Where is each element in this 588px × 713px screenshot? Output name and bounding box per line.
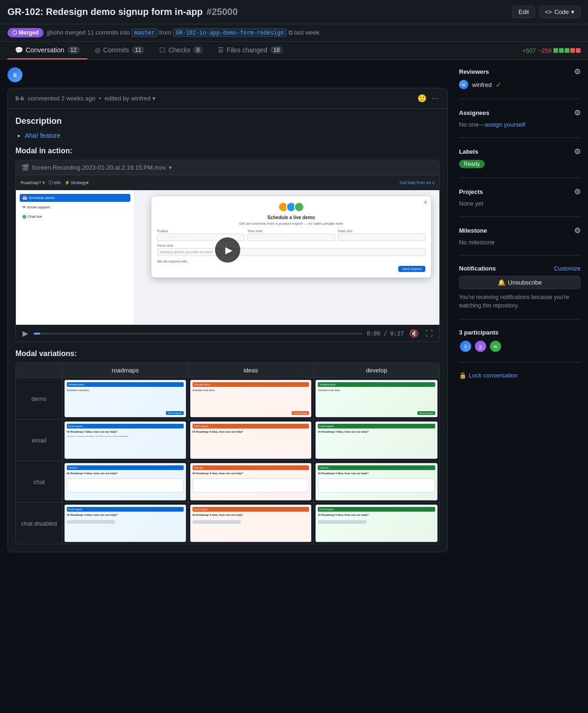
grid-cell-email-roadmaps: Email support Hi Roadmap 4 Idea, how can… — [63, 420, 188, 461]
ready-label: Ready — [459, 160, 485, 168]
customize-notifications-link[interactable]: Customize — [554, 265, 581, 272]
grid-row-chat-disabled: chat disabled Email support Hi Roadmap 4… — [16, 503, 439, 544]
assign-yourself-link[interactable]: assign yourself — [485, 121, 525, 128]
commits-icon: ◎ — [95, 46, 100, 54]
participant-avatar-1: li — [459, 340, 472, 353]
play-icon: ▶ — [225, 244, 232, 256]
video-time: 0:00 / 0:27 — [367, 330, 404, 337]
video-progress-bar[interactable] — [34, 333, 362, 335]
grid-cell-demo-develop: Schedule demo Schedule a live demo Send … — [314, 378, 439, 419]
grid-cell-email-ideas: Email support Hi Roadmap 4 Idea, how can… — [188, 420, 314, 461]
reviewer-approved-icon: ✓ — [495, 80, 502, 89]
grid-label-chat: chat — [16, 461, 63, 502]
target-branch[interactable]: master — [131, 29, 157, 37]
conversation-icon: 💬 — [15, 46, 23, 54]
video-container: 🎬 Screen.Recording.2023-01-20.at.2.19.15… — [15, 160, 440, 342]
grid-row-demo: demo Schedule demo Schedule a live demo … — [16, 378, 439, 420]
comment-body: Description Aha! feature Modal in action… — [8, 109, 447, 552]
main-layout: li li-k commented 2 weeks ago • edited b… — [0, 60, 588, 707]
files-icon: ☰ — [218, 46, 224, 54]
grid-row-email: email Email support Hi Roadmap 4 Idea, h… — [16, 420, 439, 461]
subtitle-bar: ⬡ Merged jjbohn merged 11 commits into m… — [0, 24, 588, 42]
play-control-button[interactable]: ▶ — [22, 328, 29, 339]
participant-avatar-3: w — [489, 340, 502, 353]
tabs: 💬 Conversation 12 ◎ Commits 11 ☐ Checks … — [7, 42, 290, 59]
chevron-down-icon: ▾ — [571, 8, 574, 15]
reviewers-gear-icon[interactable]: ⚙ — [574, 67, 581, 76]
grid-cell-chat-develop: Chat live Hi Roadmap 4 Idea, how can we … — [314, 461, 439, 502]
notifications-title: Notifications Customize — [459, 265, 581, 272]
copy-branch-icon[interactable]: ⧉ — [288, 29, 293, 36]
tab-commits[interactable]: ◎ Commits 11 — [87, 42, 152, 59]
source-branch[interactable]: GR-102-in-app-demo-form-redesign — [173, 29, 287, 37]
reviewers-title: Reviewers ⚙ — [459, 67, 581, 76]
comment-author: li-k commented 2 weeks ago • edited by w… — [15, 95, 156, 102]
additions: +507 — [522, 47, 536, 54]
grid-header-develop: develop — [314, 363, 439, 378]
video-controls: ▶ 0:00 / 0:27 🔇 ⛶ — [16, 325, 439, 342]
top-bar-actions: Edit <> Code ▾ — [512, 6, 581, 18]
diff-block-2 — [559, 48, 564, 53]
grid-label-chat-disabled: chat disabled — [16, 503, 63, 544]
reviewer-name: winfred — [472, 81, 492, 88]
sidebar-notifications: Notifications Customize 🔔 Unsubscribe Yo… — [459, 265, 581, 320]
grid-header-roadmaps: roadmaps — [63, 363, 188, 378]
comment-box-header: li-k commented 2 weeks ago • edited by w… — [8, 88, 447, 109]
top-bar: GR-102: Redesign demo signup form in-app… — [0, 0, 588, 24]
diff-block-4 — [570, 48, 575, 53]
comment-header: li — [7, 67, 448, 82]
notification-note: You're receiving notifications because y… — [459, 293, 581, 310]
grid-header-ideas: ideas — [188, 363, 314, 378]
feature-link[interactable]: Aha! feature — [25, 132, 60, 139]
sidebar-milestone: Milestone ⚙ No milestone — [459, 226, 581, 256]
comment-box: li-k commented 2 weeks ago • edited by w… — [7, 88, 448, 552]
play-button[interactable]: ▶ — [215, 237, 240, 263]
grid-cell-chatdisabled-roadmaps: Email support Hi Roadmap 4 Idea, how can… — [63, 503, 188, 544]
video-screenshot: Roadmap? ▾ ⓘ Info ⚡ Strategy▾ Get help f… — [16, 175, 439, 325]
projects-text: None yet — [459, 200, 581, 207]
video-icon: 🎬 — [22, 164, 29, 171]
sidebar-labels: Labels ⚙ Ready — [459, 147, 581, 178]
sidebar-assignees: Assignees ⚙ No one—assign yourself — [459, 108, 581, 138]
assignees-gear-icon[interactable]: ⚙ — [574, 108, 581, 117]
participants-list: li jj w — [459, 340, 581, 353]
lock-conversation-link[interactable]: 🔒 Lock conversation — [459, 372, 581, 379]
chevron-down-icon[interactable]: ▾ — [169, 164, 172, 171]
files-badge: 18 — [270, 46, 283, 54]
description-title: Description — [15, 116, 440, 126]
projects-gear-icon[interactable]: ⚙ — [574, 187, 581, 196]
fullscreen-button[interactable]: ⛶ — [424, 328, 434, 339]
assignees-text: No one—assign yourself — [459, 121, 581, 128]
assignees-title: Assignees ⚙ — [459, 108, 581, 117]
modal-in-action-label: Modal in action: — [15, 147, 440, 155]
projects-title: Projects ⚙ — [459, 187, 581, 196]
tab-files-changed[interactable]: ☰ Files changed 18 — [210, 42, 291, 59]
milestone-title: Milestone ⚙ — [459, 226, 581, 235]
grid-cell-chatdisabled-ideas: Email support Hi Roadmap 4 Idea, how can… — [188, 503, 314, 544]
more-options-button[interactable]: ⋯ — [430, 93, 440, 104]
sidebar-participants: 3 participants li jj w — [459, 329, 581, 363]
milestone-gear-icon[interactable]: ⚙ — [574, 226, 581, 235]
tab-conversation[interactable]: 💬 Conversation 12 — [7, 42, 87, 59]
label-badge-container: Ready — [459, 160, 581, 168]
grid-label-email: email — [16, 420, 63, 461]
checks-icon: ☐ — [159, 46, 165, 54]
edit-button[interactable]: Edit — [512, 6, 535, 18]
diff-blocks — [553, 48, 581, 53]
deletions: −259 — [538, 47, 552, 54]
grid-row-chat: chat Chat live Hi Roadmap 4 Idea, how ca… — [16, 461, 439, 503]
merge-icon: ⬡ — [12, 29, 17, 36]
tab-checks[interactable]: ☐ Checks 0 — [152, 42, 210, 59]
code-button[interactable]: <> Code ▾ — [539, 6, 581, 18]
chevron-down-small-icon[interactable]: ▾ — [152, 95, 156, 102]
sidebar-reviewers: Reviewers ⚙ w winfred ✓ — [459, 67, 581, 99]
unsubscribe-button[interactable]: 🔔 Unsubscribe — [459, 276, 581, 289]
lock-icon: 🔒 — [459, 372, 466, 379]
video-content: Roadmap? ▾ ⓘ Info ⚡ Strategy▾ Get help f… — [16, 175, 439, 342]
grid-cell-email-develop: Email support Hi Roadmap 4 Idea, how can… — [314, 420, 439, 461]
emoji-button[interactable]: 🙂 — [416, 93, 428, 104]
sidebar-projects: Projects ⚙ None yet — [459, 187, 581, 217]
grid-cell-chat-roadmaps: Chat live Hi Roadmap 4 Idea, how can we … — [63, 461, 188, 502]
labels-gear-icon[interactable]: ⚙ — [574, 147, 581, 156]
mute-button[interactable]: 🔇 — [409, 328, 420, 339]
